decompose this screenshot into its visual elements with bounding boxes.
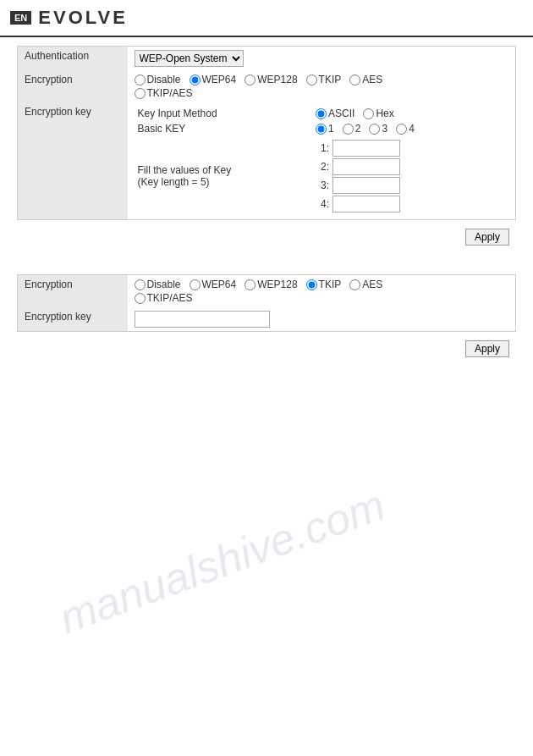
section2-encryption-group: Disable WEP64 WEP128 TKIP AES <box>135 279 509 290</box>
key-row-4: 4: <box>316 196 505 212</box>
encryption-wep128[interactable]: WEP128 <box>245 74 297 86</box>
basic-key-2[interactable]: 2 <box>343 123 361 135</box>
section2-table: Encryption Disable WEP64 WEP128 TKIP <box>17 274 516 332</box>
basic-key-label-cell: Basic KEY <box>135 121 313 136</box>
apply-row-2: Apply <box>17 337 516 361</box>
s2-wep128[interactable]: WEP128 <box>245 279 297 290</box>
key-inputs-cell: 1: 2: 3: 4: <box>312 136 508 216</box>
encryption-row: Encryption Disable WEP64 WEP128 TKIP <box>18 70 516 102</box>
key-input-method-row: Key Input Method ASCII Hex <box>135 106 509 121</box>
authentication-value-cell: WEP-Open System WEP-Shared Key WPA-PSK W… <box>128 47 516 71</box>
authentication-label: Authentication <box>18 47 128 71</box>
section2-encryption-key-label: Encryption key <box>18 307 128 332</box>
key-num-3: 3: <box>316 179 329 191</box>
encryption-disable[interactable]: Disable <box>135 74 181 86</box>
section2-encryption-label: Encryption <box>18 275 128 308</box>
logo: EVOLVE <box>38 7 128 29</box>
encryption-key-row: Encryption key Key Input Method ASCII <box>18 102 516 220</box>
apply-button-1[interactable]: Apply <box>465 229 509 246</box>
basic-key-row: Basic KEY 1 2 3 <box>135 121 509 136</box>
section-gap <box>17 249 516 274</box>
key-ascii[interactable]: ASCII <box>316 108 354 119</box>
s2-aes[interactable]: AES <box>349 279 382 290</box>
basic-key-options: 1 2 3 4 <box>312 121 508 136</box>
key-row-1: 1: <box>316 140 505 157</box>
key-row-2: 2: <box>316 158 505 175</box>
key-num-2: 2: <box>316 161 329 173</box>
fill-values-row: Fill the values of Key (Key length = 5) … <box>135 136 509 216</box>
s2-disable[interactable]: Disable <box>135 279 181 290</box>
section1-table: Authentication WEP-Open System WEP-Share… <box>17 46 516 220</box>
basic-key-group: 1 2 3 4 <box>316 123 505 135</box>
apply-button-2[interactable]: Apply <box>465 340 509 357</box>
s2-wep64[interactable]: WEP64 <box>190 279 237 290</box>
key-num-1: 1: <box>316 142 329 154</box>
encryption-key-value-cell: Key Input Method ASCII Hex <box>128 102 516 220</box>
key-input-method-label-cell: Key Input Method <box>135 106 313 121</box>
authentication-select[interactable]: WEP-Open System WEP-Shared Key WPA-PSK W… <box>135 50 244 67</box>
main-content: Authentication WEP-Open System WEP-Share… <box>0 37 533 369</box>
key-row-3: 3: <box>316 177 505 194</box>
authentication-row: Authentication WEP-Open System WEP-Share… <box>18 47 516 71</box>
s2-tkipaes[interactable]: TKIP/AES <box>135 292 504 304</box>
fill-values-label-cell: Fill the values of Key (Key length = 5) <box>135 136 313 216</box>
page-header: EN EVOLVE <box>0 0 533 37</box>
key-input-4[interactable] <box>332 196 400 212</box>
encryption-label: Encryption <box>18 70 128 102</box>
key-hex[interactable]: Hex <box>363 108 393 119</box>
section2-encryption-value-cell: Disable WEP64 WEP128 TKIP AES <box>128 275 516 308</box>
key-input-method-group: ASCII Hex <box>316 108 505 119</box>
encryption-tkip[interactable]: TKIP <box>306 74 342 86</box>
watermark: manualshive.com <box>52 479 392 644</box>
encryption-radio-group: Disable WEP64 WEP128 TKIP AES <box>135 74 509 86</box>
key-input-method-options: ASCII Hex <box>312 106 508 121</box>
basic-key-4[interactable]: 4 <box>396 123 415 135</box>
apply-row-1: Apply <box>17 225 516 249</box>
encryption-tkipaes[interactable]: TKIP/AES <box>135 87 504 99</box>
encryption-value-cell: Disable WEP64 WEP128 TKIP AES <box>128 70 516 102</box>
section2-encryption-row: Encryption Disable WEP64 WEP128 TKIP <box>18 275 516 308</box>
encryption-aes[interactable]: AES <box>349 74 382 86</box>
key-input-2[interactable] <box>332 158 400 175</box>
section2-encryption-key-input[interactable] <box>135 311 270 328</box>
key-input-1[interactable] <box>332 140 400 157</box>
language-badge: EN <box>10 11 31 25</box>
s2-tkip[interactable]: TKIP <box>306 279 342 290</box>
basic-key-3[interactable]: 3 <box>369 123 387 135</box>
key-input-3[interactable] <box>332 177 400 194</box>
encryption-wep64[interactable]: WEP64 <box>190 74 237 86</box>
section2-encryption-key-value-cell <box>128 307 516 332</box>
section2-encryption-key-row: Encryption key <box>18 307 516 332</box>
basic-key-1[interactable]: 1 <box>316 123 334 135</box>
encryption-key-label: Encryption key <box>18 102 128 220</box>
key-num-4: 4: <box>316 198 329 210</box>
encryption-key-inner: Key Input Method ASCII Hex <box>135 106 509 216</box>
